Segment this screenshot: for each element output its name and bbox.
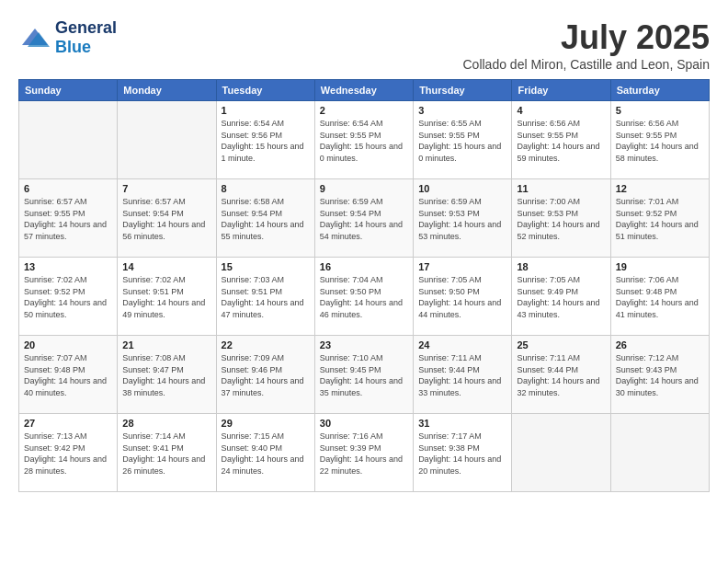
calendar-cell: 19Sunrise: 7:06 AMSunset: 9:48 PMDayligh…: [610, 258, 709, 336]
header-thursday: Thursday: [414, 80, 512, 101]
calendar-cell: 24Sunrise: 7:11 AMSunset: 9:44 PMDayligh…: [414, 336, 512, 414]
day-number: 3: [418, 105, 506, 116]
calendar-cell: 17Sunrise: 7:05 AMSunset: 9:50 PMDayligh…: [414, 258, 512, 336]
calendar-cell: 25Sunrise: 7:11 AMSunset: 9:44 PMDayligh…: [512, 336, 610, 414]
calendar-header-row: SundayMondayTuesdayWednesdayThursdayFrid…: [19, 80, 710, 101]
day-number: 22: [222, 339, 310, 350]
calendar-cell: 9Sunrise: 6:59 AMSunset: 9:54 PMDaylight…: [314, 179, 413, 258]
calendar-cell: 20Sunrise: 7:07 AMSunset: 9:48 PMDayligh…: [19, 336, 118, 414]
calendar-cell: 12Sunrise: 7:01 AMSunset: 9:52 PMDayligh…: [610, 179, 709, 258]
logo-icon: [18, 25, 51, 51]
day-info: Sunrise: 7:14 AMSunset: 9:41 PMDaylight:…: [122, 431, 210, 477]
calendar-cell: 4Sunrise: 6:56 AMSunset: 9:55 PMDaylight…: [512, 101, 610, 179]
day-info: Sunrise: 7:06 AMSunset: 9:48 PMDaylight:…: [616, 274, 704, 320]
calendar-cell: 10Sunrise: 6:59 AMSunset: 9:53 PMDayligh…: [414, 179, 512, 258]
day-number: 2: [320, 105, 408, 116]
day-info: Sunrise: 6:59 AMSunset: 9:54 PMDaylight:…: [320, 196, 408, 242]
calendar-cell: 31Sunrise: 7:17 AMSunset: 9:38 PMDayligh…: [414, 414, 512, 492]
day-number: 21: [122, 339, 210, 350]
day-info: Sunrise: 7:02 AMSunset: 9:52 PMDaylight:…: [24, 274, 112, 320]
calendar-cell: 15Sunrise: 7:03 AMSunset: 9:51 PMDayligh…: [216, 258, 314, 336]
calendar-cell: 26Sunrise: 7:12 AMSunset: 9:43 PMDayligh…: [610, 336, 709, 414]
calendar-week-row: 27Sunrise: 7:13 AMSunset: 9:42 PMDayligh…: [19, 414, 710, 492]
calendar-cell: 6Sunrise: 6:57 AMSunset: 9:55 PMDaylight…: [19, 179, 118, 258]
page-header: General Blue July 2025 Collado del Miron…: [18, 18, 710, 72]
logo-general: General: [55, 18, 117, 37]
day-number: 17: [418, 261, 506, 272]
day-number: 29: [222, 418, 310, 429]
calendar-cell: 22Sunrise: 7:09 AMSunset: 9:46 PMDayligh…: [216, 336, 314, 414]
calendar-table: SundayMondayTuesdayWednesdayThursdayFrid…: [18, 79, 710, 492]
day-info: Sunrise: 7:11 AMSunset: 9:44 PMDaylight:…: [517, 352, 605, 398]
calendar-week-row: 20Sunrise: 7:07 AMSunset: 9:48 PMDayligh…: [19, 336, 710, 414]
day-number: 31: [418, 418, 506, 429]
day-info: Sunrise: 6:59 AMSunset: 9:53 PMDaylight:…: [418, 196, 506, 242]
day-info: Sunrise: 7:17 AMSunset: 9:38 PMDaylight:…: [418, 431, 506, 477]
calendar-cell: 11Sunrise: 7:00 AMSunset: 9:53 PMDayligh…: [512, 179, 610, 258]
calendar-cell: 16Sunrise: 7:04 AMSunset: 9:50 PMDayligh…: [314, 258, 413, 336]
calendar-cell: 5Sunrise: 6:56 AMSunset: 9:55 PMDaylight…: [610, 101, 709, 179]
calendar-cell: [118, 101, 216, 179]
calendar-cell: 3Sunrise: 6:55 AMSunset: 9:55 PMDaylight…: [414, 101, 512, 179]
day-number: 7: [122, 183, 210, 194]
location-subtitle: Collado del Miron, Castille and Leon, Sp…: [463, 57, 711, 72]
calendar-cell: 13Sunrise: 7:02 AMSunset: 9:52 PMDayligh…: [19, 258, 118, 336]
calendar-week-row: 13Sunrise: 7:02 AMSunset: 9:52 PMDayligh…: [19, 258, 710, 336]
day-number: 12: [616, 183, 704, 194]
day-info: Sunrise: 7:01 AMSunset: 9:52 PMDaylight:…: [616, 196, 704, 242]
calendar-cell: 7Sunrise: 6:57 AMSunset: 9:54 PMDaylight…: [118, 179, 216, 258]
calendar-week-row: 6Sunrise: 6:57 AMSunset: 9:55 PMDaylight…: [19, 179, 710, 258]
logo-blue: Blue: [55, 38, 91, 56]
month-title: July 2025: [463, 18, 711, 57]
day-number: 10: [418, 183, 506, 194]
day-info: Sunrise: 7:03 AMSunset: 9:51 PMDaylight:…: [222, 274, 310, 320]
day-info: Sunrise: 6:57 AMSunset: 9:55 PMDaylight:…: [24, 196, 112, 242]
calendar-cell: 23Sunrise: 7:10 AMSunset: 9:45 PMDayligh…: [314, 336, 413, 414]
calendar-cell: [19, 101, 118, 179]
day-info: Sunrise: 7:13 AMSunset: 9:42 PMDaylight:…: [24, 431, 112, 477]
header-saturday: Saturday: [610, 80, 709, 101]
calendar-cell: 29Sunrise: 7:15 AMSunset: 9:40 PMDayligh…: [216, 414, 314, 492]
day-number: 23: [320, 339, 408, 350]
day-number: 26: [616, 339, 704, 350]
day-info: Sunrise: 7:15 AMSunset: 9:40 PMDaylight:…: [222, 431, 310, 477]
day-info: Sunrise: 6:56 AMSunset: 9:55 PMDaylight:…: [517, 118, 605, 164]
calendar-cell: 2Sunrise: 6:54 AMSunset: 9:55 PMDaylight…: [314, 101, 413, 179]
day-info: Sunrise: 6:56 AMSunset: 9:55 PMDaylight:…: [616, 118, 704, 164]
day-number: 14: [122, 261, 210, 272]
calendar-cell: [610, 414, 709, 492]
day-info: Sunrise: 7:05 AMSunset: 9:49 PMDaylight:…: [517, 274, 605, 320]
day-info: Sunrise: 7:00 AMSunset: 9:53 PMDaylight:…: [517, 196, 605, 242]
day-info: Sunrise: 6:54 AMSunset: 9:55 PMDaylight:…: [320, 118, 408, 164]
header-friday: Friday: [512, 80, 610, 101]
day-number: 5: [616, 105, 704, 116]
day-info: Sunrise: 7:11 AMSunset: 9:44 PMDaylight:…: [418, 352, 506, 398]
header-monday: Monday: [118, 80, 216, 101]
day-info: Sunrise: 7:10 AMSunset: 9:45 PMDaylight:…: [320, 352, 408, 398]
day-number: 24: [418, 339, 506, 350]
day-number: 6: [24, 183, 112, 194]
title-block: July 2025 Collado del Miron, Castille an…: [463, 18, 711, 72]
header-wednesday: Wednesday: [314, 80, 413, 101]
day-number: 16: [320, 261, 408, 272]
day-number: 8: [222, 183, 310, 194]
logo: General Blue: [18, 18, 117, 57]
day-info: Sunrise: 6:58 AMSunset: 9:54 PMDaylight:…: [222, 196, 310, 242]
day-number: 4: [517, 105, 605, 116]
day-number: 15: [222, 261, 310, 272]
day-number: 18: [517, 261, 605, 272]
day-info: Sunrise: 7:07 AMSunset: 9:48 PMDaylight:…: [24, 352, 112, 398]
day-info: Sunrise: 7:05 AMSunset: 9:50 PMDaylight:…: [418, 274, 506, 320]
calendar-cell: [512, 414, 610, 492]
calendar-cell: 18Sunrise: 7:05 AMSunset: 9:49 PMDayligh…: [512, 258, 610, 336]
day-info: Sunrise: 7:12 AMSunset: 9:43 PMDaylight:…: [616, 352, 704, 398]
header-tuesday: Tuesday: [216, 80, 314, 101]
header-sunday: Sunday: [19, 80, 118, 101]
day-info: Sunrise: 7:04 AMSunset: 9:50 PMDaylight:…: [320, 274, 408, 320]
day-number: 11: [517, 183, 605, 194]
calendar-week-row: 1Sunrise: 6:54 AMSunset: 9:56 PMDaylight…: [19, 101, 710, 179]
day-number: 25: [517, 339, 605, 350]
calendar-cell: 14Sunrise: 7:02 AMSunset: 9:51 PMDayligh…: [118, 258, 216, 336]
day-info: Sunrise: 6:57 AMSunset: 9:54 PMDaylight:…: [122, 196, 210, 242]
day-info: Sunrise: 7:16 AMSunset: 9:39 PMDaylight:…: [320, 431, 408, 477]
